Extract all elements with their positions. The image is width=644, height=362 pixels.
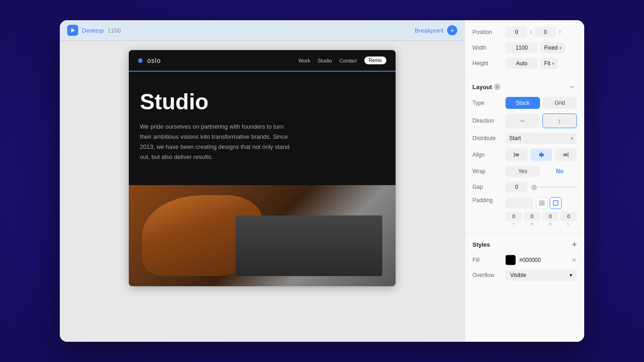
width-mode-arrow: ▾: [559, 45, 562, 51]
wrap-row: Wrap Yes No: [472, 166, 577, 177]
direction-vertical-button[interactable]: ↕: [542, 113, 577, 128]
wrap-label: Wrap: [472, 168, 506, 175]
height-row: Height Fit ▾: [472, 58, 577, 69]
fill-remove-button[interactable]: ✕: [571, 256, 577, 264]
position-x-input[interactable]: [506, 27, 528, 38]
svg-rect-4: [568, 153, 569, 157]
play-button[interactable]: [67, 25, 78, 36]
align-label: Align: [472, 152, 506, 158]
padding-bottom-label: B: [542, 222, 559, 226]
layout-collapse-button[interactable]: −: [568, 82, 577, 91]
svg-rect-0: [514, 153, 515, 157]
canvas-toolbar-right: Breakpoint +: [415, 25, 457, 35]
site-nav: oslo Work Studio Contact Remix: [129, 50, 396, 72]
site-logo: oslo: [147, 57, 161, 64]
padding-values: 0 T 0 R 0 B 0 L: [506, 212, 577, 226]
canvas-size: 1100: [108, 27, 121, 34]
padding-icon-group: [536, 197, 562, 209]
padding-left-label: L: [560, 222, 577, 226]
direction-horizontal-button[interactable]: ↔: [506, 113, 540, 128]
hero-text: We pride ourselves on partnering with fo…: [140, 122, 296, 162]
fill-row: Fill #000000 ✕: [472, 255, 577, 265]
site-hero: Studio We pride ourselves on partnering …: [129, 72, 396, 185]
type-stack-button[interactable]: Stack: [506, 97, 540, 109]
gap-input[interactable]: [506, 181, 528, 192]
padding-top-value[interactable]: 0: [506, 212, 522, 221]
padding-individual-button[interactable]: [536, 197, 548, 209]
styles-section: Styles + Fill #000000 ✕ Overflow Visible…: [465, 233, 584, 287]
styles-add-icon[interactable]: +: [572, 240, 577, 249]
width-input[interactable]: [506, 42, 538, 53]
padding-main-input[interactable]: [506, 198, 533, 209]
padding-left-value[interactable]: 0: [560, 212, 577, 221]
width-mode-value: Fixed: [544, 45, 558, 51]
wrap-yes-button[interactable]: Yes: [506, 166, 540, 177]
layout-info-icon[interactable]: i: [494, 84, 500, 90]
svg-rect-8: [540, 204, 541, 205]
x-axis-label: X: [529, 30, 533, 35]
fill-label: Fill: [472, 257, 506, 263]
type-row: Type Stack Grid: [472, 97, 577, 109]
site-image: [129, 185, 396, 286]
overflow-dropdown[interactable]: Visible ▾: [506, 270, 577, 281]
height-input[interactable]: [506, 58, 538, 69]
wrap-button-group: Yes No: [506, 166, 577, 177]
align-center-button[interactable]: [530, 148, 552, 161]
main-container: Desktop 1100 Breakpoint + oslo Work Stud…: [60, 20, 584, 342]
padding-right-value[interactable]: 0: [524, 212, 540, 221]
website-preview: oslo Work Studio Contact Remix Studio We…: [129, 50, 396, 286]
fill-color-swatch[interactable]: [506, 255, 516, 265]
add-breakpoint-button[interactable]: +: [447, 25, 457, 35]
type-label: Type: [472, 100, 506, 106]
position-y-input[interactable]: [535, 27, 557, 38]
width-label: Width: [472, 45, 506, 51]
fill-hex-value: #000000: [519, 257, 571, 263]
gap-row: Gap: [472, 181, 577, 192]
padding-bottom-value[interactable]: 0: [542, 212, 559, 221]
canvas-toolbar: Desktop 1100 Breakpoint +: [60, 20, 465, 41]
direction-button-group: ↔ ↕: [506, 113, 577, 128]
position-row: Position X Y: [472, 27, 577, 38]
position-section: Position X Y Width Fixed ▾ Height Fit: [465, 20, 584, 76]
direction-row: Direction ↔ ↕: [472, 113, 577, 128]
nav-remix-button[interactable]: Remix: [364, 57, 386, 64]
padding-left: 0 L: [560, 212, 577, 226]
align-right-button[interactable]: [555, 148, 577, 161]
nav-link-studio: Studio: [318, 58, 332, 63]
align-row: Align: [472, 148, 577, 161]
padding-top: 0 T: [506, 212, 522, 226]
canvas-label: Desktop: [82, 27, 104, 34]
padding-top-label: T: [506, 222, 522, 226]
canvas-content: oslo Work Studio Contact Remix Studio We…: [60, 41, 465, 342]
width-mode-dropdown[interactable]: Fixed ▾: [540, 42, 565, 53]
overflow-arrow: ▾: [569, 272, 572, 278]
padding-linked-button[interactable]: [550, 197, 562, 209]
nav-indicator: [138, 58, 143, 63]
svg-rect-1: [515, 153, 519, 156]
gap-label: Gap: [472, 184, 506, 190]
svg-rect-5: [564, 153, 567, 156]
type-button-group: Stack Grid: [506, 97, 577, 109]
svg-rect-10: [553, 201, 558, 205]
layout-section: Layout i − Type Stack Grid Direction ↔ ↕: [465, 76, 584, 233]
distribute-value: Start: [509, 135, 521, 141]
distribute-dropdown[interactable]: Start ▾: [506, 133, 577, 144]
padding-row: Padding: [472, 197, 577, 226]
overflow-label: Overflow: [472, 272, 506, 278]
svg-rect-3: [539, 153, 544, 156]
height-label: Height: [472, 60, 506, 67]
align-left-button[interactable]: [506, 148, 528, 161]
type-grid-button[interactable]: Grid: [543, 97, 577, 109]
height-mode-dropdown[interactable]: Fit ▾: [540, 58, 558, 69]
padding-right-label: R: [524, 222, 540, 226]
breakpoint-button[interactable]: Breakpoint: [415, 27, 443, 34]
svg-rect-7: [542, 201, 544, 203]
height-mode-value: Fit: [544, 60, 550, 67]
wrap-no-button[interactable]: No: [543, 166, 577, 177]
layout-title: Layout i −: [472, 82, 577, 91]
right-panel: Position X Y Width Fixed ▾ Height Fit: [465, 20, 584, 342]
gap-slider[interactable]: [531, 187, 577, 187]
height-mode-arrow: ▾: [552, 61, 554, 66]
padding-controls: [506, 197, 577, 209]
distribute-row: Distribute Start ▾: [472, 133, 577, 144]
